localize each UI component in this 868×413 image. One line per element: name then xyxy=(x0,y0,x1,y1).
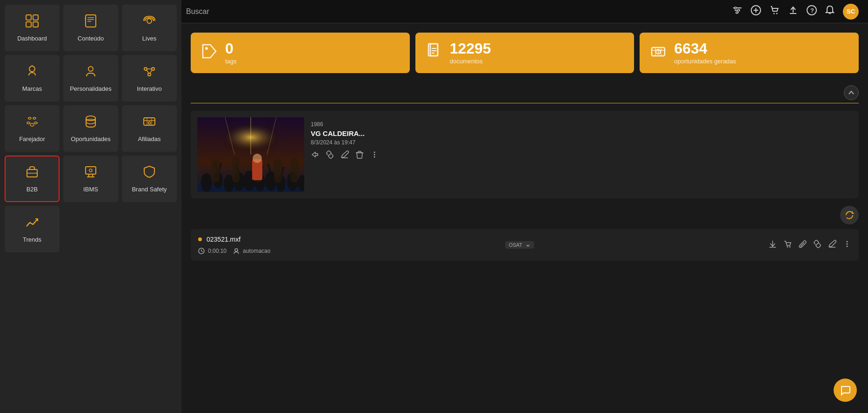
svg-point-93 xyxy=(374,156,375,158)
dashboard-icon xyxy=(25,14,39,31)
svg-point-29 xyxy=(28,117,31,119)
help-icon[interactable]: ? xyxy=(807,5,817,18)
svg-point-105 xyxy=(846,243,848,244)
svg-point-4 xyxy=(738,9,740,11)
personalidades-icon xyxy=(84,64,98,81)
delete-icon[interactable] xyxy=(355,150,364,161)
personalidades-label: Personalidades xyxy=(70,85,112,92)
file-more-icon[interactable] xyxy=(843,240,851,251)
svg-rect-17 xyxy=(33,22,38,27)
b2b-label: B2B xyxy=(27,186,38,193)
documentos-stat-icon xyxy=(426,43,442,63)
cart-icon[interactable] xyxy=(769,5,780,18)
collapse-button[interactable] xyxy=(844,85,859,100)
content-year-1: 1986 xyxy=(311,121,852,128)
ibms-label: IBMS xyxy=(83,186,98,193)
brand-safety-icon xyxy=(142,165,156,182)
oportunidades-label: Oportunidades xyxy=(71,135,110,142)
file-meta: 0:00:10 automacao xyxy=(198,248,270,254)
section-header xyxy=(191,82,859,103)
stat-card-documentos: 12295 documentos xyxy=(415,33,634,73)
oportunidades-stat-number: 6634 xyxy=(674,41,736,56)
svg-text:?: ? xyxy=(810,7,814,14)
tags-stat-number: 0 xyxy=(225,41,237,56)
file-edit-icon[interactable] xyxy=(828,240,836,251)
svg-point-91 xyxy=(374,152,375,153)
oportunidades-stat-info: 6634 oportunidades geradas xyxy=(674,41,736,65)
cart-icon-2[interactable] xyxy=(783,240,792,251)
upload-icon[interactable] xyxy=(788,5,798,18)
link-icon[interactable] xyxy=(326,150,334,161)
marcas-label: Marcas xyxy=(22,85,42,92)
ibms-icon xyxy=(84,165,98,182)
svg-point-101 xyxy=(789,246,790,247)
sidebar-item-brand-safety[interactable]: Brand Safety xyxy=(122,156,177,202)
dashboard-label: Dashboard xyxy=(17,35,47,42)
file-actions xyxy=(768,240,851,251)
share-icon[interactable] xyxy=(311,150,319,161)
more-icon[interactable] xyxy=(370,150,379,161)
stats-row: 0 tags 12295 documentos xyxy=(191,33,859,73)
conteudo-label: Conteúdo xyxy=(78,35,104,42)
svg-point-87 xyxy=(253,154,262,163)
sidebar-item-interativo[interactable]: Interativo xyxy=(122,55,177,102)
content-title-1: VG CALDEIRA... xyxy=(311,129,852,137)
file-user: automacao xyxy=(233,248,270,254)
svg-rect-14 xyxy=(26,15,31,20)
file-link-icon[interactable] xyxy=(813,240,821,251)
attachment-icon[interactable] xyxy=(798,240,807,251)
content-date-1: 8/3/2024 às 19:47 xyxy=(311,139,852,146)
interativo-icon xyxy=(142,64,156,81)
tags-stat-label: tags xyxy=(225,58,237,65)
b2b-icon xyxy=(25,165,39,182)
lives-label: Lives xyxy=(142,35,156,42)
stat-card-oportunidades: $ 6634 oportunidades geradas xyxy=(640,33,859,73)
svg-rect-18 xyxy=(86,15,96,27)
filter-icon[interactable] xyxy=(732,6,742,17)
file-duration: 0:00:10 xyxy=(198,248,227,254)
refresh-button[interactable] xyxy=(840,206,859,224)
svg-point-104 xyxy=(846,241,848,242)
sidebar-item-marcas[interactable]: Marcas xyxy=(5,55,60,102)
sidebar-item-dashboard[interactable]: Dashboard xyxy=(5,5,60,51)
download-icon[interactable] xyxy=(768,240,777,251)
documentos-stat-info: 12295 documentos xyxy=(450,41,491,65)
sidebar-item-personalidades[interactable]: Personalidades xyxy=(63,55,118,102)
svg-rect-84 xyxy=(274,159,282,183)
edit-icon[interactable] xyxy=(341,150,349,161)
svg-point-47 xyxy=(89,169,92,172)
tags-stat-info: 0 tags xyxy=(225,41,237,65)
sidebar-item-ibms[interactable]: IBMS xyxy=(63,156,118,202)
afiliadas-label: Afiliadas xyxy=(138,135,160,142)
svg-point-33 xyxy=(30,123,34,126)
sidebar-item-conteudo[interactable]: Conteúdo xyxy=(63,5,118,51)
user-avatar[interactable]: SC xyxy=(843,4,859,20)
documentos-stat-label: documentos xyxy=(450,58,491,65)
notification-icon[interactable] xyxy=(825,5,835,18)
documentos-stat-number: 12295 xyxy=(450,41,491,56)
svg-point-3 xyxy=(734,7,736,9)
file-info: 023521.mxf 0:00:10 automacao xyxy=(198,236,270,254)
file-row: 023521.mxf 0:00:10 automacao xyxy=(191,229,859,261)
chat-button[interactable] xyxy=(834,379,857,402)
svg-point-22 xyxy=(88,67,93,71)
add-icon[interactable] xyxy=(751,5,761,18)
svg-point-19 xyxy=(147,19,152,23)
svg-rect-50 xyxy=(430,44,438,56)
tags-stat-icon xyxy=(201,43,218,63)
file-name: 023521.mxf xyxy=(207,236,240,243)
sidebar-item-b2b[interactable]: B2B xyxy=(5,156,60,202)
sidebar-item-farejador[interactable]: Farejador xyxy=(5,105,60,152)
svg-rect-82 xyxy=(232,157,240,183)
sidebar-item-afiliadas[interactable]: Afiliadas xyxy=(122,105,177,152)
svg-point-100 xyxy=(787,246,788,247)
sidebar-item-lives[interactable]: Lives xyxy=(122,5,177,51)
svg-point-92 xyxy=(374,154,375,156)
main-content: 0 tags 12295 documentos xyxy=(181,23,868,413)
brand-safety-label: Brand Safety xyxy=(132,186,167,193)
sidebar-item-oportunidades[interactable]: Oportunidades xyxy=(63,105,118,152)
file-status-dot xyxy=(198,237,202,241)
sidebar-item-trends[interactable]: Trends xyxy=(5,206,60,252)
stat-card-tags: 0 tags xyxy=(191,33,410,73)
svg-point-106 xyxy=(846,245,848,247)
